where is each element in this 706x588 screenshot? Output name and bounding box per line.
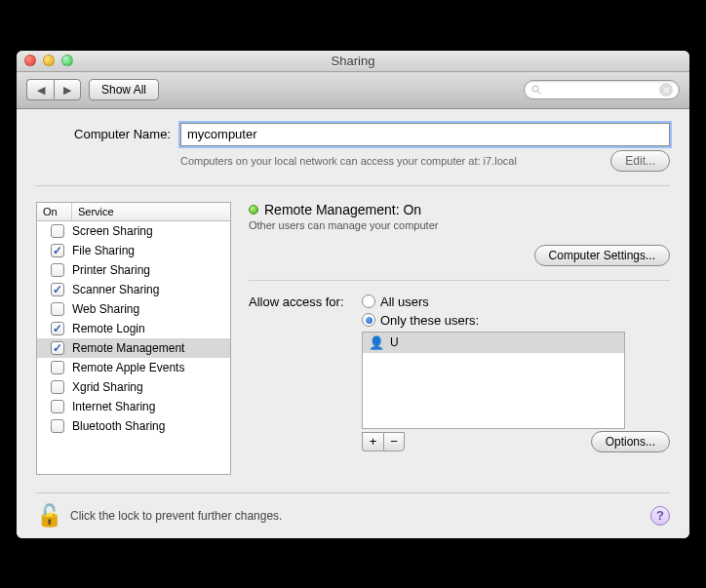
remove-user-button[interactable]: − xyxy=(383,432,405,451)
allow-access-label: Allow access for: xyxy=(249,294,356,309)
add-user-button[interactable]: + xyxy=(362,432,383,451)
service-checkbox[interactable] xyxy=(51,361,64,374)
computer-name-sub-row: Computers on your local network can acce… xyxy=(36,150,670,172)
service-checkbox[interactable] xyxy=(51,400,64,413)
radio-only-users-label: Only these users: xyxy=(380,313,479,328)
access-only-users-row: Only these users: xyxy=(249,313,670,328)
service-label: Internet Sharing xyxy=(72,400,155,413)
user-icon: 👤 xyxy=(369,335,384,350)
user-list-buttons: + − xyxy=(362,432,405,451)
service-label: Remote Management xyxy=(72,341,184,355)
preferences-window: Sharing ◀ ▶ Show All ✕ Computer Name: Co… xyxy=(17,51,689,538)
radio-all-users[interactable]: All users xyxy=(362,294,429,309)
status-sub: Other users can manage your computer xyxy=(249,219,670,231)
service-checkbox[interactable] xyxy=(51,244,64,257)
service-detail: Remote Management: On Other users can ma… xyxy=(249,202,670,475)
service-row[interactable]: File Sharing xyxy=(37,241,230,260)
computer-name-row: Computer Name: xyxy=(36,123,670,146)
back-button[interactable]: ◀ xyxy=(26,79,54,100)
service-checkbox[interactable] xyxy=(51,322,64,335)
service-checkbox[interactable] xyxy=(51,302,64,316)
service-row[interactable]: Bluetooth Sharing xyxy=(37,416,230,436)
status-title: Remote Management: On xyxy=(264,202,421,217)
computer-name-subtext: Computers on your local network can acce… xyxy=(180,155,601,167)
service-label: Scanner Sharing xyxy=(72,283,159,296)
radio-only-users[interactable]: Only these users: xyxy=(362,313,479,328)
service-label: Remote Apple Events xyxy=(72,361,184,374)
edit-button[interactable]: Edit... xyxy=(610,150,670,172)
search-icon xyxy=(530,84,542,96)
forward-button[interactable]: ▶ xyxy=(54,79,81,100)
show-all-button[interactable]: Show All xyxy=(89,79,159,100)
service-row[interactable]: Scanner Sharing xyxy=(37,280,230,299)
col-on: On xyxy=(37,203,72,220)
service-row[interactable]: Remote Login xyxy=(37,319,230,338)
service-checkbox[interactable] xyxy=(51,283,64,296)
services-list: On Service Screen SharingFile SharingPri… xyxy=(36,202,231,475)
service-label: Printer Sharing xyxy=(72,263,150,277)
service-row[interactable]: Remote Management xyxy=(37,338,230,358)
svg-line-1 xyxy=(538,92,541,95)
service-checkbox[interactable] xyxy=(51,341,64,355)
service-checkbox[interactable] xyxy=(51,224,64,238)
lock-text: Click the lock to prevent further change… xyxy=(70,509,282,523)
nav-buttons: ◀ ▶ xyxy=(26,79,81,100)
user-row[interactable]: 👤U xyxy=(363,333,624,353)
clear-search-icon[interactable]: ✕ xyxy=(659,83,673,97)
service-row[interactable]: Xgrid Sharing xyxy=(37,377,230,397)
content: Computer Name: Computers on your local n… xyxy=(17,109,689,538)
titlebar: Sharing xyxy=(17,51,689,72)
service-row[interactable]: Internet Sharing xyxy=(37,397,230,416)
computer-name-input[interactable] xyxy=(180,123,670,146)
service-label: Xgrid Sharing xyxy=(72,380,143,394)
service-row[interactable]: Printer Sharing xyxy=(37,260,230,280)
user-name: U xyxy=(390,335,399,349)
computer-settings-button[interactable]: Computer Settings... xyxy=(534,245,670,266)
radio-icon xyxy=(362,313,375,327)
service-row[interactable]: Remote Apple Events xyxy=(37,358,230,377)
service-label: Remote Login xyxy=(72,322,145,335)
options-button[interactable]: Options... xyxy=(591,431,670,452)
computer-name-label: Computer Name: xyxy=(36,127,171,141)
service-label: Screen Sharing xyxy=(72,224,153,238)
search-input[interactable]: ✕ xyxy=(524,80,680,99)
user-list[interactable]: 👤U xyxy=(362,332,625,429)
svg-point-0 xyxy=(532,86,538,92)
service-checkbox[interactable] xyxy=(51,263,64,277)
service-row[interactable]: Screen Sharing xyxy=(37,221,230,241)
radio-all-users-label: All users xyxy=(380,294,429,309)
footer: 🔓 Click the lock to prevent further chan… xyxy=(36,492,670,529)
service-checkbox[interactable] xyxy=(51,419,64,433)
service-label: Bluetooth Sharing xyxy=(72,419,165,433)
divider xyxy=(249,280,670,281)
access-all-users-row: Allow access for: All users xyxy=(249,294,670,309)
services-header: On Service xyxy=(37,203,230,221)
service-label: Web Sharing xyxy=(72,302,139,316)
service-label: File Sharing xyxy=(72,244,135,257)
service-checkbox[interactable] xyxy=(51,380,64,394)
service-row[interactable]: Web Sharing xyxy=(37,299,230,319)
toolbar: ◀ ▶ Show All ✕ xyxy=(17,72,689,109)
window-title: Sharing xyxy=(17,54,689,68)
col-service: Service xyxy=(72,203,230,220)
status-row: Remote Management: On xyxy=(249,202,670,217)
lock-icon[interactable]: 🔓 xyxy=(36,503,62,529)
help-button[interactable]: ? xyxy=(650,506,670,526)
radio-icon xyxy=(362,294,375,308)
status-led-icon xyxy=(249,205,258,215)
main-split: On Service Screen SharingFile SharingPri… xyxy=(36,185,670,475)
